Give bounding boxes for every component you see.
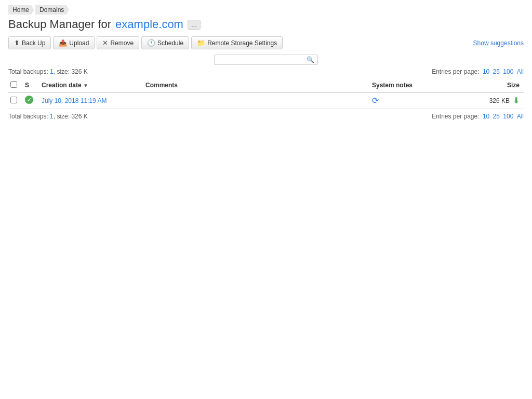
row-checkbox[interactable] [10, 97, 17, 103]
remove-icon: ✕ [102, 39, 108, 47]
row-system-notes-cell: ⟳ [368, 92, 461, 109]
entries-10-top[interactable]: 10 [483, 68, 489, 75]
info-row-top: Total backups: 1, size: 326 K Entries pe… [8, 68, 524, 75]
upload-icon: 📤 [59, 39, 67, 47]
schedule-button[interactable]: 🕐 Schedule [141, 36, 189, 49]
row-creation-date-cell: July 10, 2018 11:19 AM [37, 92, 141, 109]
table-row: July 10, 2018 11:19 AM ⟳ 326 KB ⬇ [8, 92, 524, 109]
row-comments-cell [141, 92, 368, 109]
breadcrumb-domains[interactable]: Domains [35, 5, 69, 15]
row-size-cell: 326 KB ⬇ [461, 92, 524, 109]
remote-storage-icon: 📁 [197, 39, 205, 47]
more-button[interactable]: ... [188, 20, 201, 30]
entries-per-page-bottom: Entries per page: 10 25 100 All [432, 113, 524, 120]
system-notes-icon[interactable]: ⟳ [372, 96, 379, 105]
info-row-bottom: Total backups: 1, size: 326 K Entries pe… [8, 113, 524, 120]
upload-button[interactable]: 📤 Upload [53, 36, 95, 49]
size-value: 326 KB [489, 97, 510, 104]
toolbar: ⬆ Back Up 📤 Upload ✕ Remove 🕐 Schedule 📁… [8, 36, 524, 49]
search-row: 🔍 [8, 55, 524, 65]
entries-25-bottom[interactable]: 25 [493, 113, 500, 120]
col-header-comments: Comments [141, 78, 368, 92]
col-header-system-notes: System notes [368, 78, 461, 92]
backup-icon: ⬆ [14, 39, 20, 47]
status-ok-icon [25, 96, 33, 104]
schedule-icon: 🕐 [147, 39, 155, 47]
show-suggestions-link[interactable]: Show suggestions [473, 39, 524, 47]
page-title: Backup Manager for example.com ... [8, 18, 524, 31]
backups-table: S Creation date ▼ Comments System notes … [8, 78, 524, 109]
total-backups-bottom: Total backups: 1, size: 326 K [8, 113, 88, 120]
entries-all-bottom[interactable]: All [517, 113, 524, 120]
domain-link[interactable]: example.com [115, 18, 183, 31]
sort-arrow-icon: ▼ [83, 83, 88, 88]
remove-button[interactable]: ✕ Remove [97, 36, 139, 49]
backup-button[interactable]: ⬆ Back Up [8, 36, 51, 49]
col-header-checkbox [8, 78, 21, 92]
entries-all-top[interactable]: All [517, 68, 524, 75]
search-input[interactable] [218, 56, 307, 63]
entries-25-top[interactable]: 25 [493, 68, 500, 75]
search-icon: 🔍 [307, 56, 314, 63]
creation-date-link[interactable]: July 10, 2018 11:19 AM [42, 97, 107, 104]
col-header-creation-date[interactable]: Creation date ▼ [37, 78, 141, 92]
remote-storage-button[interactable]: 📁 Remote Storage Settings [191, 36, 283, 49]
entries-per-page-top: Entries per page: 10 25 100 All [432, 68, 524, 75]
table-header-row: S Creation date ▼ Comments System notes … [8, 78, 524, 92]
download-icon[interactable]: ⬇ [513, 96, 520, 105]
select-all-checkbox[interactable] [10, 81, 17, 88]
row-status-cell [21, 92, 37, 109]
entries-100-top[interactable]: 100 [503, 68, 513, 75]
col-header-status: S [21, 78, 37, 92]
breadcrumb: Home Domains [8, 5, 524, 15]
row-checkbox-cell [8, 92, 21, 109]
entries-10-bottom[interactable]: 10 [483, 113, 489, 120]
col-header-size: Size [461, 78, 524, 92]
entries-100-bottom[interactable]: 100 [503, 113, 513, 120]
search-box: 🔍 [214, 55, 318, 65]
breadcrumb-home[interactable]: Home [8, 5, 34, 15]
total-backups-top: Total backups: 1, size: 326 K [8, 68, 88, 75]
